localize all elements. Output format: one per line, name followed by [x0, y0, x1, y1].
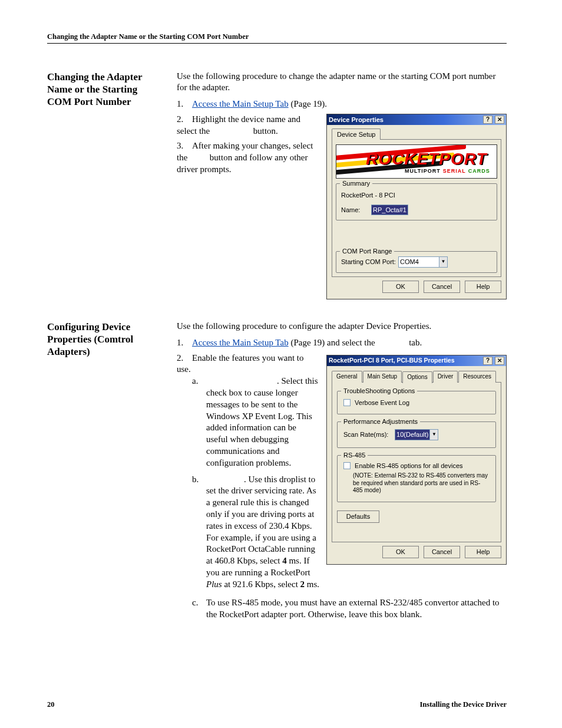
- step-a3-number: 3.: [177, 140, 192, 152]
- step-b2-text: Enable the features you want to use.: [177, 353, 304, 374]
- step-a1-number: 1.: [177, 98, 192, 110]
- substep-b2c-text: To use RS-485 mode, you must have an ext…: [206, 598, 500, 619]
- substep-b2c: c. To use RS-485 mode, you must have an …: [192, 597, 507, 621]
- section-b-intro: Use the following procedure to configure…: [177, 321, 507, 332]
- section-a: Changing the Adapter Name or the Startin…: [47, 71, 507, 303]
- dlg1-startcom-label: Starting COM Port:: [341, 258, 396, 266]
- substep-b2c-mark: c.: [192, 597, 206, 609]
- substep-b2a: a. . Select this check box to cause long…: [192, 375, 507, 469]
- running-head: Changing the Adapter Name or the Startin…: [47, 32, 249, 42]
- substep-b2a-text: . Select this check box to cause longer …: [206, 376, 318, 467]
- substep-b2b: b. . Use this droplist to set the driver…: [192, 474, 507, 591]
- substep-b2b-ital: Plus: [206, 579, 222, 589]
- footer: 20 Installing the Device Driver: [0, 700, 562, 710]
- dlg1-startcom-dropdown[interactable]: COM4 ▼: [398, 256, 448, 268]
- step-a2-text-b: button.: [251, 126, 278, 136]
- access-main-setup-link-2[interactable]: Access the Main Setup Tab: [192, 338, 289, 347]
- step-b1-number: 1.: [177, 337, 192, 349]
- footer-page-number: 20: [47, 700, 55, 710]
- substep-b2b-text4: ms.: [305, 579, 319, 589]
- dlg1-summary-group: Summary RocketPort - 8 PCI Name: RP_Octa…: [336, 183, 497, 220]
- step-a2-text-a: Highlight the device name and select the: [177, 114, 300, 136]
- substep-b2b-bold1: 4: [282, 556, 287, 565]
- substep-b2b-text3: at 921.6 Kbps, select: [222, 579, 300, 589]
- dlg1-name-input[interactable]: RP_Octa#1: [371, 205, 408, 216]
- dlg1-help-button2[interactable]: Help: [465, 281, 501, 293]
- dlg1-comrange-group: COM Port Range Starting COM Port: COM4 ▼: [336, 251, 497, 273]
- running-head-row: Changing the Adapter Name or the Startin…: [47, 32, 507, 42]
- step-b1: 1.Access the Main Setup Tab (Page 19) an…: [177, 337, 507, 349]
- dlg1-summary-legend: Summary: [340, 179, 372, 188]
- dlg1-name-label: Name:: [341, 206, 369, 215]
- step-a1-after: (Page 19).: [289, 99, 327, 108]
- section-b-heading: Configuring Device Properties (Comtrol A…: [47, 321, 160, 358]
- access-main-setup-link-1[interactable]: Access the Main Setup Tab: [192, 99, 289, 108]
- substep-b2b-mark: b.: [192, 474, 206, 486]
- section-a-heading: Changing the Adapter Name or the Startin…: [47, 71, 160, 108]
- chevron-down-icon: ▼: [439, 256, 448, 268]
- footer-title: Installing the Device Driver: [419, 700, 507, 710]
- dlg1-cancel-button[interactable]: Cancel: [424, 281, 460, 293]
- dlg1-summary-caption: RocketPort - 8 PCI: [341, 191, 492, 200]
- dlg1-ok-button[interactable]: OK: [382, 281, 419, 293]
- page: Changing the Adapter Name or the Startin…: [0, 0, 562, 728]
- section-a-intro: Use the following procedure to change th…: [177, 71, 507, 94]
- step-b2-number: 2.: [177, 353, 192, 364]
- step-a2-number: 2.: [177, 114, 192, 126]
- substep-b2b-bold2: 2: [300, 579, 305, 589]
- step-a3: 3.After making your changes, select the …: [177, 140, 507, 175]
- step-a1: 1.Access the Main Setup Tab (Page 19).: [177, 98, 507, 110]
- step-a2: 2.Highlight the device name and select t…: [177, 114, 507, 137]
- step-a3-text-b: button and follow any other driver promp…: [177, 153, 308, 174]
- step-b2: 2.Enable the features you want to use. a…: [177, 353, 507, 621]
- step-b1-after2: tab.: [406, 338, 422, 347]
- substep-b2a-mark: a.: [192, 375, 206, 387]
- dlg1-startcom-value: COM4: [398, 256, 439, 268]
- step-b1-after1: (Page 19) and select the: [289, 338, 378, 347]
- header-rule: [47, 43, 507, 44]
- substep-b2b-text1: . Use this droplist to set the driver se…: [206, 475, 316, 566]
- section-b: Configuring Device Properties (Comtrol A…: [47, 321, 507, 625]
- dlg1-comrange-legend: COM Port Range: [340, 247, 394, 256]
